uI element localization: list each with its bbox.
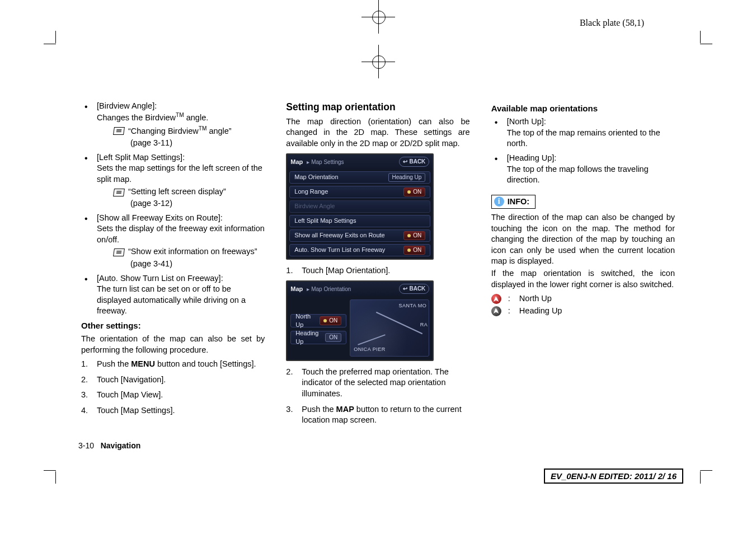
column-right: Available map orientations [North Up]: T…	[491, 101, 675, 436]
option-value: Heading Up	[388, 173, 426, 182]
shot-title: Map	[290, 285, 303, 292]
heading-up-icon: ⮝	[491, 306, 501, 316]
item-desc: Sets the display of the freeway exit inf…	[97, 224, 265, 244]
option-label: North Up	[295, 312, 320, 329]
item-desc: The turn list can be set on or off to be…	[97, 284, 246, 315]
orientation-icon-row: ⮝ : North Up	[491, 293, 675, 305]
other-settings-desc: The orientation of the map can also be s…	[81, 334, 265, 355]
icon-colon: :	[508, 294, 510, 303]
item-desc: The top of the map follows the traveling…	[507, 165, 649, 185]
list-item: [Heading Up]: The top of the map follows…	[491, 153, 675, 186]
registration-mark-right	[711, 250, 745, 284]
option-row-map-orientation[interactable]: Map Orientation Heading Up	[289, 171, 430, 184]
step-item: 2. Touch [Navigation].	[81, 374, 265, 386]
reference-text: “Changing BirdviewTM angle”	[128, 125, 232, 137]
step-text: Touch [Navigation].	[97, 375, 166, 384]
shot-breadcrumb: ▸ Map Orientation	[307, 286, 351, 292]
icon-label: North Up	[519, 294, 552, 303]
option-heading-up[interactable]: Heading Up ON	[290, 331, 346, 344]
icon-colon: :	[508, 306, 510, 315]
back-button[interactable]: ↩ BACK	[399, 284, 429, 294]
step-item: 2. Touch the preferred map orientation. …	[286, 367, 469, 400]
option-row-birdview-angle: Birdview Angle	[289, 200, 430, 213]
reference-text: “Show exit information on freeways”	[128, 246, 257, 257]
section-heading: Setting map orientation	[286, 101, 469, 114]
plate-label: Black plate (58,1)	[580, 18, 644, 28]
reference-page: (page 3-11)	[97, 138, 265, 149]
list-item: [Birdview Angle]: Changes the BirdviewTM…	[81, 101, 265, 149]
reference-icon	[112, 126, 125, 134]
option-label: Birdview Angle	[294, 202, 335, 210]
item-title: [North Up]:	[507, 117, 546, 126]
info-icon: i	[494, 196, 504, 207]
screenshot-map-settings: Map ▸ Map Settings ↩ BACK Map Orientatio…	[286, 153, 434, 260]
reference-page: (page 3-41)	[97, 259, 265, 270]
info-paragraph: If the map orientation is switched, the …	[491, 268, 675, 290]
registration-mark-left	[11, 250, 45, 284]
option-value: ON	[403, 231, 425, 240]
step-item: 1. Touch [Map Orientation].	[286, 265, 469, 277]
map-preview: SANTA MO ONICA PIER RA	[350, 299, 429, 357]
map-label: ONICA PIER	[354, 346, 386, 353]
registration-mark-top	[361, 0, 395, 34]
reference-icon	[112, 247, 125, 255]
item-title: [Birdview Angle]:	[97, 101, 157, 110]
list-item: [Show all Freeway Exits on Route]: Sets …	[81, 213, 265, 270]
option-label: Long Range	[294, 188, 328, 196]
info-label: INFO:	[508, 196, 529, 208]
step-number: 2.	[81, 374, 88, 386]
step-number: 1.	[286, 265, 293, 277]
reference-page: (page 3-12)	[97, 198, 265, 209]
option-row-turn-list[interactable]: Auto. Show Turn List on Freeway ON	[289, 244, 430, 256]
option-row-left-split[interactable]: Left Split Map Settings	[289, 215, 430, 227]
step-text: Touch [Map Orientation].	[302, 266, 390, 275]
step-text: Push the MAP button to return to the cur…	[302, 405, 461, 425]
option-value: ON	[403, 188, 425, 196]
reference-text: “Setting left screen display”	[128, 186, 226, 198]
step-text: Touch the preferred map orientation. The…	[302, 367, 449, 398]
map-label: RA	[420, 321, 428, 328]
step-item: 4. Touch [Map Settings].	[81, 405, 265, 416]
item-desc: The top of the map remains oriented to t…	[507, 128, 660, 148]
section-intro: The map direction (orientation) can also…	[286, 116, 469, 149]
list-item: [Left Split Map Settings]: Sets the map …	[81, 152, 265, 209]
item-title: [Heading Up]:	[507, 153, 557, 162]
item-desc: Sets the map settings for the left scree…	[97, 163, 262, 184]
option-value: ON	[325, 333, 341, 342]
option-row-freeway-exits[interactable]: Show all Freeway Exits on Route ON	[289, 229, 430, 242]
step-text: Touch [Map Settings].	[97, 406, 175, 415]
back-button[interactable]: ↩ BACK	[399, 157, 429, 167]
step-item: 1. Push the MENU button and touch [Setti…	[81, 359, 265, 370]
step-number: 3.	[81, 390, 88, 401]
footer-page-number: 3-10	[78, 441, 94, 450]
reference-icon	[112, 188, 125, 195]
orientation-icon-row: ⮝ : Heading Up	[491, 306, 675, 317]
edit-stamp: EV_0ENJ-N EDITED: 2011/ 2/ 16	[544, 469, 683, 484]
footer-section: Navigation	[101, 441, 141, 450]
step-text: Touch [Map View].	[97, 390, 163, 399]
option-value: ON	[320, 316, 341, 325]
step-item: 3. Push the MAP button to return to the …	[286, 404, 469, 426]
option-label: Left Split Map Settings	[294, 217, 356, 225]
registration-mark-bottom	[361, 45, 395, 78]
icon-label: Heading Up	[519, 306, 562, 315]
step-text: Push the MENU button and touch [Settings…	[97, 359, 256, 368]
option-north-up[interactable]: North Up ON	[290, 314, 346, 327]
option-label: Map Orientation	[294, 173, 338, 181]
shot-title: Map	[290, 158, 303, 165]
item-title: [Left Split Map Settings]:	[97, 153, 185, 162]
screenshot-map-orientation: Map ▸ Map Orientation ↩ BACK North Up ON…	[286, 280, 434, 361]
other-settings-heading: Other settings:	[81, 320, 265, 331]
step-number: 3.	[286, 404, 293, 415]
step-number: 2.	[286, 367, 293, 378]
map-label: SANTA MO	[398, 302, 426, 309]
option-value: ON	[403, 246, 425, 255]
info-callout: i INFO:	[491, 195, 536, 209]
step-number: 1.	[81, 359, 88, 370]
available-orientations-heading: Available map orientations	[491, 103, 675, 114]
page-footer: 3-10 Navigation	[78, 441, 140, 450]
option-row-long-range[interactable]: Long Range ON	[289, 186, 430, 198]
north-up-icon: ⮝	[491, 294, 501, 304]
step-number: 4.	[81, 405, 88, 416]
item-desc: Changes the BirdviewTM angle.	[97, 113, 208, 122]
